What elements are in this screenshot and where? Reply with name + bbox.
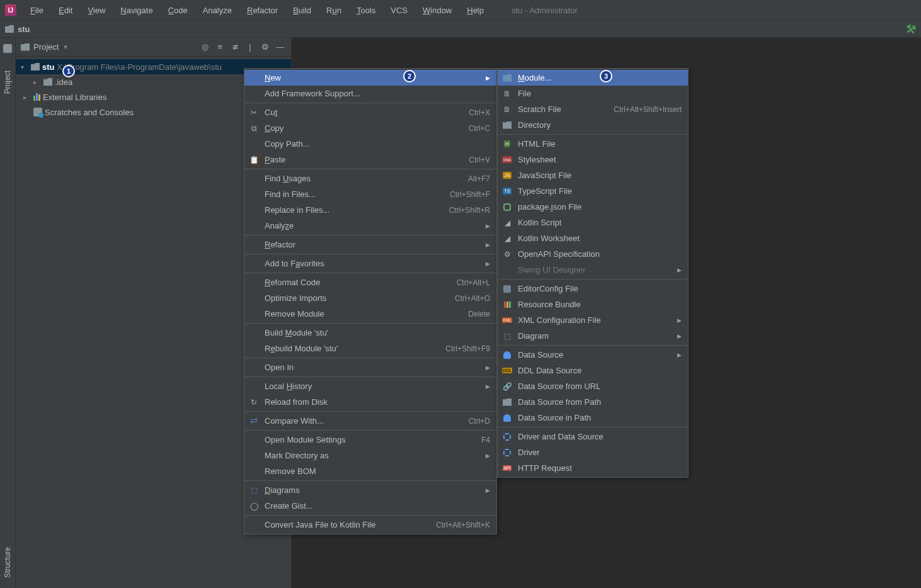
menu-refactor[interactable]: Refactor ▶ [244,237,496,252]
menu-analyze[interactable]: Analyze ▶ [244,218,496,234]
menu-view[interactable]: View [81,3,112,18]
menu-help[interactable]: Help [460,3,490,18]
menu-paste[interactable]: 📋 Paste Ctrl+V [244,152,496,167]
menu-open-in[interactable]: Open In ▶ [244,359,496,375]
annotation-2: 2 [403,70,416,82]
tab-project[interactable]: Project [2,65,13,99]
menu-convert-kotlin[interactable]: Convert Java File to Kotlin File Ctrl+Al… [244,517,496,533]
menu-replace-in-files[interactable]: Replace in Files... Ctrl+Shift+R [244,202,496,218]
menu-tools[interactable]: Tools [350,3,382,18]
copy-icon: ⧉ [248,124,260,133]
submenu-openapi[interactable]: ⚙ OpenAPI Specification [498,246,688,262]
submenu-ds-url[interactable]: 🔗 Data Source from URL [498,378,688,394]
menu-reformat[interactable]: Reformat Code Ctrl+Alt+L [244,274,496,290]
submenu-driver[interactable]: Driver [498,444,688,460]
http-icon: API [501,465,513,471]
submenu-driver-ds[interactable]: Driver and Data Source [498,429,688,444]
build-icon[interactable]: ⚒ [905,21,917,37]
submenu-html[interactable]: H HTML File [498,136,688,152]
submenu-resource-bundle[interactable]: Resource Bundle [498,297,688,312]
submenu-http[interactable]: API HTTP Request [498,460,688,476]
project-panel-header: Project ▼ ◎ ≡ ≢ | ⚙ — [16,38,291,57]
menu-find-usages[interactable]: Find Usages Alt+F7 [244,171,496,186]
menu-find-in-files[interactable]: Find in Files... Ctrl+Shift+F [244,186,496,202]
menu-remove-module[interactable]: Remove Module Delete [244,306,496,322]
submenu-kotlin-script[interactable]: ◢ Kotlin Script [498,215,688,230]
tree-root-path: X:\Program Files\a-ProgramDate\javaweb\s… [57,62,222,72]
submenu-xml-config[interactable]: XML XML Configuration File ▶ [498,312,688,328]
menu-window[interactable]: Window [416,3,458,18]
project-tool-icon[interactable] [3,44,12,53]
submenu-data-source[interactable]: Data Source ▶ [498,347,688,363]
submenu-ddl[interactable]: DDL DDL Data Source [498,363,688,378]
html-icon: H [501,140,513,147]
menu-build[interactable]: Build [287,3,317,18]
submenu-ds-path[interactable]: Data Source from Path [498,394,688,410]
js-icon: JS [501,172,513,179]
openapi-icon: ⚙ [501,250,513,259]
submenu-editorconfig[interactable]: EditorConfig File [498,281,688,297]
folder-icon [43,78,52,86]
resource-icon [501,302,513,308]
submenu-kotlin-worksheet[interactable]: ◢ Kotlin Worksheet [498,230,688,246]
menu-create-gist[interactable]: ◯ Create Gist... [244,498,496,514]
menu-run[interactable]: Run [320,3,348,18]
submenu-stylesheet[interactable]: css Stylesheet [498,152,688,167]
menu-reload[interactable]: ↻ Reload from Disk [244,394,496,410]
menu-refactor[interactable]: Refactor [241,3,284,18]
menu-edit[interactable]: Edit [52,3,79,18]
chevron-down-icon[interactable]: ▾ [21,64,28,71]
menubar: IJ File Edit View Navigate Code Analyze … [0,0,921,20]
menu-remove-bom[interactable]: Remove BOM [244,463,496,479]
menu-navigate[interactable]: Navigate [114,3,159,18]
tree-root-name: stu [42,62,55,72]
menu-copy-path[interactable]: Copy Path... [244,136,496,152]
menu-compare-with[interactable]: ⮂ Compare With... Ctrl+D [244,413,496,429]
menu-optimize-imports[interactable]: Optimize Imports Ctrl+Alt+O [244,290,496,306]
menu-code[interactable]: Code [162,3,194,18]
panel-title[interactable]: Project [33,42,59,52]
github-icon: ◯ [248,502,260,511]
submenu-swing[interactable]: Swing UI Designer ▶ [498,262,688,278]
chevron-down-icon[interactable]: ▼ [62,44,68,50]
menu-open-module-settings[interactable]: Open Module Settings F4 [244,432,496,448]
menu-add-favorites[interactable]: Add to Favorites ▶ [244,256,496,271]
menu-new[interactable]: New ▶ [244,70,496,86]
tree-external-label: External Libraries [43,93,106,102]
menu-mark-directory[interactable]: Mark Directory as ▶ [244,448,496,463]
window-title: stu - Administrator [512,6,578,15]
expand-all-icon[interactable]: ≡ [214,42,226,53]
submenu-directory[interactable]: Directory [498,117,688,133]
menu-rebuild-module[interactable]: Rebuild Module 'stu' Ctrl+Shift+F9 [244,341,496,356]
hide-icon[interactable]: — [275,42,286,53]
menu-add-framework[interactable]: Add Framework Support... [244,86,496,101]
select-opened-icon[interactable]: ◎ [199,42,210,53]
submenu-module[interactable]: Module... [498,70,688,86]
menu-diagrams[interactable]: ⬚ Diagrams ▶ [244,482,496,498]
submenu-arrow-icon: ▶ [677,333,682,339]
submenu-diagram[interactable]: ⬚ Diagram ▶ [498,328,688,344]
chevron-right-icon[interactable]: ▸ [23,94,31,101]
menu-local-history[interactable]: Local History ▶ [244,378,496,394]
menu-analyze[interactable]: Analyze [197,3,238,18]
submenu-ds-in-path[interactable]: Data Source in Path [498,410,688,426]
compare-icon: ⮂ [248,417,260,426]
submenu-scratch[interactable]: 🗎 Scratch File Ctrl+Alt+Shift+Insert [498,101,688,117]
tab-structure[interactable]: Structure [2,542,13,583]
gear-icon[interactable]: ⚙ [260,42,271,53]
chevron-right-icon[interactable]: ▸ [33,79,41,86]
breadcrumb-project[interactable]: stu [18,25,30,34]
submenu-javascript[interactable]: JS JavaScript File [498,167,688,183]
menu-copy[interactable]: ⧉ Copy Ctrl+C [244,120,496,136]
submenu-typescript[interactable]: TS TypeScript File [498,183,688,199]
menu-file[interactable]: File [24,3,50,18]
submenu-package-json[interactable]: package.json File [498,199,688,215]
paste-icon: 📋 [248,155,260,164]
menu-vcs[interactable]: VCS [384,3,414,18]
scratches-icon [33,108,42,116]
submenu-file[interactable]: 🗎 File [498,86,688,101]
diagram-icon: ⬚ [248,486,260,495]
menu-build-module[interactable]: Build Module 'stu' [244,325,496,341]
collapse-all-icon[interactable]: ≢ [229,42,241,53]
menu-cut[interactable]: ✂ Cut Ctrl+X [244,105,496,120]
